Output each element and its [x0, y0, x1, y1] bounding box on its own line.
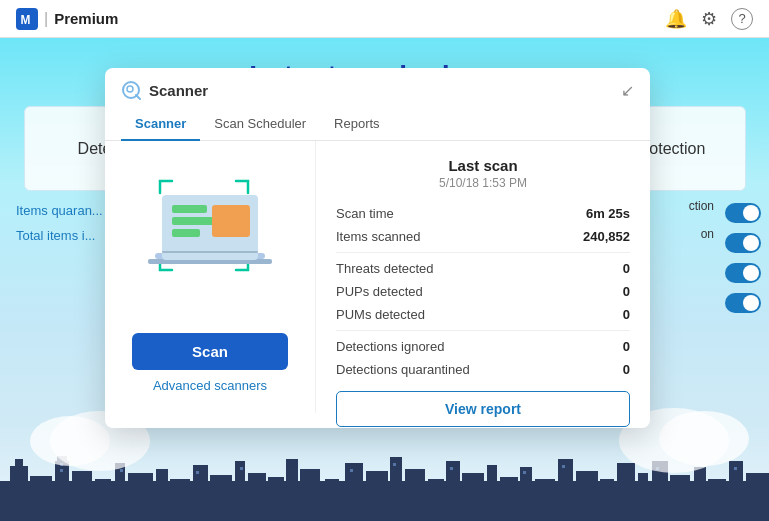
svg-rect-50 [670, 475, 690, 521]
svg-rect-23 [156, 469, 168, 521]
svg-rect-20 [95, 479, 111, 521]
svg-rect-31 [300, 469, 320, 521]
right-labels: ction on [689, 199, 714, 255]
svg-rect-37 [428, 479, 444, 521]
topbar-icons: 🔔 ⚙ ? [665, 8, 753, 30]
svg-rect-29 [268, 477, 284, 521]
svg-rect-57 [120, 469, 123, 472]
svg-rect-45 [576, 471, 598, 521]
svg-rect-59 [240, 467, 243, 470]
svg-rect-39 [462, 473, 484, 521]
svg-rect-34 [366, 471, 388, 521]
svg-rect-51 [694, 467, 706, 521]
topbar: M | Premium 🔔 ⚙ ? [0, 0, 769, 38]
svg-rect-58 [196, 471, 199, 474]
svg-rect-26 [210, 475, 232, 521]
svg-rect-15 [15, 459, 23, 469]
threats-detected-stat: Threats detected 0 [336, 261, 630, 276]
last-scan-title: Last scan [336, 157, 630, 174]
svg-point-4 [127, 86, 133, 92]
svg-rect-8 [172, 205, 207, 213]
advanced-scanners-link[interactable]: Advanced scanners [153, 378, 267, 393]
svg-rect-36 [405, 469, 425, 521]
right-label-1: ction [689, 199, 714, 213]
svg-rect-60 [350, 469, 353, 472]
scan-left-panel: Scan Advanced scanners [105, 141, 315, 413]
svg-rect-42 [520, 467, 532, 521]
svg-rect-54 [746, 473, 769, 521]
modal-body: Scan Advanced scanners Last scan 5/10/18… [105, 141, 650, 413]
svg-rect-40 [487, 465, 497, 521]
svg-rect-56 [60, 469, 63, 472]
right-label-2: on [689, 227, 714, 241]
view-report-button[interactable]: View report [336, 391, 630, 427]
tab-reports[interactable]: Reports [320, 108, 394, 141]
svg-rect-61 [393, 463, 396, 466]
laptop-illustration [130, 163, 290, 323]
scan-right-panel: Last scan 5/10/18 1:53 PM Scan time 6m 2… [315, 141, 650, 413]
svg-rect-28 [248, 473, 266, 521]
svg-text:M: M [21, 12, 31, 26]
svg-rect-66 [734, 467, 737, 470]
svg-rect-41 [500, 477, 518, 521]
svg-rect-63 [523, 471, 526, 474]
svg-rect-43 [535, 479, 555, 521]
items-scanned-stat: Items scanned 240,852 [336, 229, 630, 244]
svg-rect-64 [562, 465, 565, 468]
svg-rect-16 [30, 476, 52, 521]
svg-rect-11 [212, 205, 250, 237]
divider-1 [336, 252, 630, 253]
svg-rect-47 [617, 463, 635, 521]
bell-icon[interactable]: 🔔 [665, 8, 687, 30]
divider-2 [336, 330, 630, 331]
pums-detected-stat: PUMs detected 0 [336, 307, 630, 322]
detections-ignored-stat: Detections ignored 0 [336, 339, 630, 354]
svg-rect-12 [162, 251, 258, 253]
topbar-left: M | Premium [16, 8, 118, 30]
svg-rect-62 [450, 467, 453, 470]
svg-rect-10 [172, 229, 200, 237]
detections-quarantined-stat: Detections quarantined 0 [336, 362, 630, 377]
svg-rect-33 [345, 463, 363, 521]
scanner-title-icon [121, 80, 141, 100]
quarantined-label: Items quaran... [16, 203, 104, 218]
svg-rect-22 [128, 473, 153, 521]
toggle-4[interactable] [725, 293, 761, 313]
svg-rect-32 [325, 479, 339, 521]
tab-scan-scheduler[interactable]: Scan Scheduler [200, 108, 320, 141]
svg-rect-19 [72, 471, 92, 521]
svg-rect-44 [558, 459, 573, 521]
svg-rect-48 [638, 473, 648, 521]
total-items-label: Total items i... [16, 228, 104, 243]
svg-rect-14 [10, 466, 28, 521]
modal-close-icon[interactable]: ↙ [621, 81, 634, 100]
svg-rect-24 [170, 479, 190, 521]
modal-header: Scanner ↙ [105, 68, 650, 100]
svg-rect-35 [390, 457, 402, 521]
toggle-2[interactable] [725, 233, 761, 253]
toggle-3[interactable] [725, 263, 761, 283]
brand-label: Premium [54, 10, 118, 27]
gear-icon[interactable]: ⚙ [701, 8, 717, 30]
last-scan-date: 5/10/18 1:53 PM [336, 176, 630, 190]
modal-tabs: Scanner Scan Scheduler Reports [105, 108, 650, 141]
scan-time-stat: Scan time 6m 25s [336, 206, 630, 221]
svg-rect-46 [600, 479, 614, 521]
svg-rect-25 [193, 465, 208, 521]
separator: | [44, 10, 48, 28]
scanner-modal: Scanner ↙ Scanner Scan Scheduler Reports [105, 68, 650, 428]
right-panel [709, 191, 769, 325]
scan-button[interactable]: Scan [132, 333, 288, 370]
main-background: Latestcracked.com Detection History Scan… [0, 38, 769, 521]
logo-icon: M [16, 8, 38, 30]
toggle-1[interactable] [725, 203, 761, 223]
svg-rect-30 [286, 459, 298, 521]
svg-line-3 [136, 95, 140, 99]
tab-scanner[interactable]: Scanner [121, 108, 200, 141]
modal-title: Scanner [121, 80, 208, 100]
svg-rect-52 [708, 479, 726, 521]
pups-detected-stat: PUPs detected 0 [336, 284, 630, 299]
help-icon[interactable]: ? [731, 8, 753, 30]
